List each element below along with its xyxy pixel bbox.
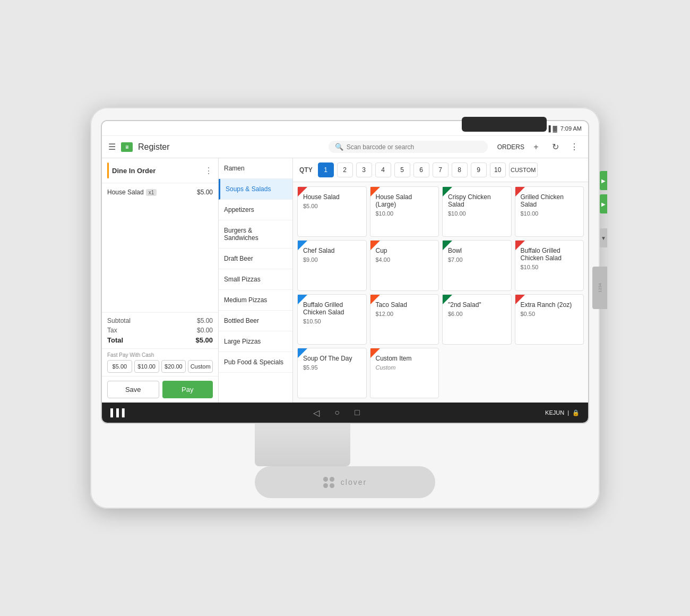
recents-button[interactable]: □ — [355, 408, 360, 417]
item-buffalo-grilled-left[interactable]: Buffalo Grilled Chicken Salad $10.50 — [297, 294, 367, 345]
qty-btn-8[interactable]: 8 — [452, 162, 468, 177]
item-2nd-salad[interactable]: "2nd Salad" $6.00 — [442, 294, 512, 345]
items-grid: House Salad $5.00 House Salad (Large) $1… — [293, 182, 588, 403]
fast-pay-20[interactable]: $20.00 — [161, 360, 186, 373]
category-large-pizzas[interactable]: Large Pizzas — [219, 331, 292, 352]
item-name: Buffalo Grilled Chicken Salad — [520, 247, 580, 262]
order-summary: Subtotal $5.00 Tax $0.00 Total $5.00 — [102, 312, 218, 348]
refresh-button[interactable]: ↻ — [548, 140, 563, 155]
total-value: $5.00 — [195, 336, 213, 344]
search-bar[interactable]: 🔍 — [329, 141, 488, 153]
fast-pay-10[interactable]: $10.00 — [134, 360, 159, 373]
item-custom-label: Custom — [375, 364, 435, 371]
item-corner — [443, 187, 452, 196]
top-bar: ☰ 🖥 Register 🔍 ORDERS + ↻ ⋮ — [102, 136, 588, 158]
category-appetizers[interactable]: Appetizers — [219, 200, 292, 220]
qty-btn-6[interactable]: 6 — [413, 162, 429, 177]
clover-logo-icon — [323, 477, 334, 488]
item-bowl[interactable]: Bowl $7.00 — [442, 240, 512, 290]
item-name: Soup Of The Day — [302, 355, 362, 362]
category-bottled-beer[interactable]: Bottled Beer — [219, 311, 292, 331]
side-btn-top[interactable]: ▶ — [600, 171, 607, 190]
more-options-button[interactable]: ⋮ — [567, 140, 582, 155]
item-chef-salad[interactable]: Chef Salad $9.00 — [297, 240, 367, 290]
top-bar-actions: ORDERS + ↻ ⋮ — [497, 140, 582, 155]
category-soups-salads[interactable]: Soups & Salads — [219, 179, 292, 200]
order-indicator — [107, 162, 109, 178]
item-corner — [370, 348, 380, 358]
nav-center: ◁ ○ □ — [313, 408, 359, 418]
fast-pay-5[interactable]: $5.00 — [107, 360, 132, 373]
item-buffalo-grilled-right[interactable]: Buffalo Grilled Chicken Salad $10.50 — [515, 240, 584, 290]
orders-label: ORDERS — [497, 143, 524, 151]
device-speaker — [462, 117, 547, 132]
screen: ✱ ▾ ▐ ▓ 7:09 AM ☰ 🖥 Register 🔍 ORDERS + … — [101, 120, 589, 424]
qty-btn-10[interactable]: 10 — [490, 162, 506, 177]
qty-btn-5[interactable]: 5 — [394, 162, 410, 177]
qty-btn-9[interactable]: 9 — [471, 162, 487, 177]
fast-pay-custom[interactable]: Custom — [188, 360, 213, 373]
qty-custom-button[interactable]: CUSTOM — [509, 162, 538, 177]
item-soup-of-the-day[interactable]: Soup Of The Day $5.95 — [297, 348, 367, 398]
item-name: Extra Ranch (2oz) — [520, 301, 580, 309]
category-small-pizzas[interactable]: Small Pizzas — [219, 269, 292, 290]
save-button[interactable]: Save — [107, 381, 159, 398]
item-house-salad-large[interactable]: House Salad (Large) $10.00 — [370, 186, 439, 237]
side-btn-bottom[interactable]: ▼ — [600, 228, 607, 247]
item-price: $6.00 — [447, 311, 507, 317]
action-buttons: Save Pay — [102, 376, 218, 403]
main-area: Dine In Order ⋮ House Salad x1 $5.00 — [102, 158, 588, 403]
search-input[interactable] — [347, 143, 481, 151]
category-draft-beer[interactable]: Draft Beer — [219, 249, 292, 269]
qty-btn-4[interactable]: 4 — [375, 162, 391, 177]
home-button[interactable]: ○ — [334, 408, 340, 417]
side-btn-mid[interactable]: ▶ — [600, 194, 607, 213]
add-order-button[interactable]: + — [529, 140, 544, 155]
back-button[interactable]: ◁ — [313, 408, 320, 418]
qty-btn-3[interactable]: 3 — [356, 162, 372, 177]
category-burgers[interactable]: Burgers & Sandwiches — [219, 220, 292, 249]
item-custom-item[interactable]: Custom Item Custom — [370, 348, 439, 398]
item-name: Bowl — [447, 247, 507, 254]
tax-value: $0.00 — [197, 327, 213, 334]
item-price: $7.00 — [447, 256, 507, 263]
item-price: $10.50 — [302, 318, 362, 324]
item-house-salad[interactable]: House Salad $5.00 — [297, 186, 367, 237]
item-name: House Salad — [302, 193, 362, 201]
item-taco-salad[interactable]: Taco Salad $12.00 — [370, 294, 439, 345]
pay-button[interactable]: Pay — [162, 381, 213, 398]
qty-btn-7[interactable]: 7 — [433, 162, 448, 177]
item-corner — [515, 187, 525, 196]
clock: 7:09 AM — [560, 125, 582, 132]
clover-text: clover — [341, 478, 367, 486]
lock-icon[interactable]: 🔒 — [572, 409, 580, 416]
item-extra-ranch[interactable]: Extra Ranch (2oz) $0.50 — [515, 294, 584, 345]
item-corner — [298, 241, 307, 250]
qty-label: QTY — [299, 166, 313, 174]
item-name: Cup — [375, 247, 435, 254]
signal-icon: ▐ — [547, 125, 551, 132]
item-name: Chef Salad — [302, 247, 362, 254]
category-ramen[interactable]: Ramen — [219, 158, 292, 179]
item-price: $10.00 — [520, 210, 580, 217]
item-cup[interactable]: Cup $4.00 — [370, 240, 439, 290]
menu-icon[interactable]: ☰ — [108, 142, 116, 152]
order-item[interactable]: House Salad x1 $5.00 — [107, 186, 213, 198]
item-grilled-chicken-salad[interactable]: Grilled Chicken Salad $10.00 — [515, 186, 584, 237]
total-label: Total — [107, 336, 123, 344]
item-price: $10.00 — [447, 210, 507, 217]
item-name: "2nd Salad" — [447, 301, 507, 309]
search-icon: 🔍 — [335, 143, 343, 151]
category-pub-food[interactable]: Pub Food & Specials — [219, 352, 292, 373]
item-crispy-chicken-salad[interactable]: Crispy Chicken Salad $10.00 — [442, 186, 512, 237]
category-medium-pizzas[interactable]: Medium Pizzas — [219, 290, 292, 311]
item-corner — [370, 295, 380, 304]
qty-btn-1[interactable]: 1 — [318, 162, 334, 177]
item-price: $9.00 — [302, 256, 362, 263]
item-price: $5.95 — [302, 364, 362, 371]
order-more-icon[interactable]: ⋮ — [204, 166, 213, 176]
item-price: $0.50 — [520, 311, 580, 317]
order-item-price: $5.00 — [197, 189, 213, 196]
item-price: $12.00 — [375, 311, 435, 317]
qty-btn-2[interactable]: 2 — [337, 162, 353, 177]
